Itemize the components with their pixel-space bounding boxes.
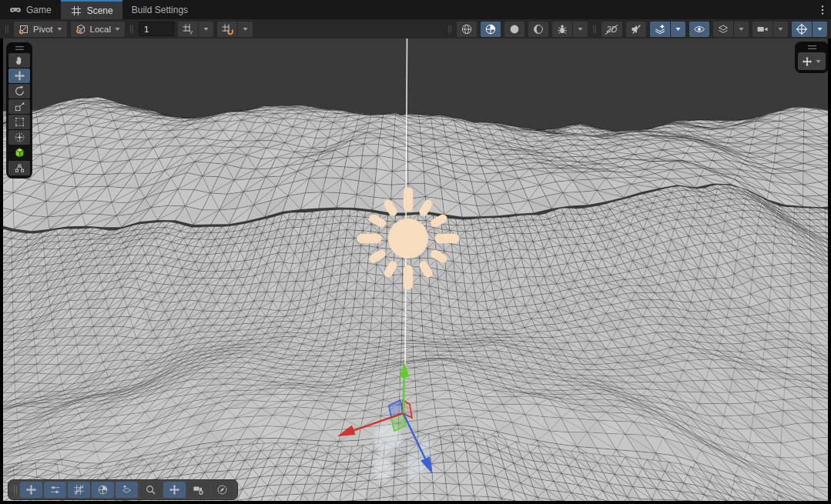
grid-axis-y-icon [182,23,194,35]
gizmo-overlay [3,38,828,501]
directional-light-sun-gizmo[interactable] [357,188,460,290]
debug-draw-group [552,22,588,37]
collapsed-overlay-handle[interactable] [795,43,829,52]
tab-bar: Game Scene Build Settings [0,0,831,19]
move-icon [169,484,180,496]
overlay-toolbar [8,479,238,500]
move-tool-dropdown-button[interactable] [798,52,826,70]
eye-icon [693,23,705,35]
camera-settings-group [752,22,788,37]
draw-mode-unlit-button[interactable] [528,22,548,37]
compass-icon [216,484,228,496]
drag-grip-icon[interactable] [591,24,598,35]
audio-muted-icon [630,23,642,35]
snap-increment-group [217,22,253,37]
scene-visibility-toggle[interactable] [689,22,709,37]
chevron-down-icon [815,58,822,65]
snap-increment-input[interactable] [139,22,174,36]
gizmos-group [792,22,827,37]
grid-icon [70,5,82,17]
drag-grip-icon[interactable] [12,484,18,496]
tab-build-settings-label: Build Settings [132,5,188,15]
handle-icon [14,44,25,52]
overlay-orientation-toggle[interactable] [163,482,186,498]
draw-mode-wireframe-button[interactable] [457,22,477,37]
debug-draw-caret[interactable] [573,22,588,37]
transform-tool-button[interactable] [8,130,30,145]
chevron-down-icon [675,25,682,32]
tab-build-settings[interactable]: Build Settings [122,0,197,19]
pivot-label: Pivot [33,25,53,34]
move-icon [14,70,25,82]
orientation-label: Local [90,25,112,34]
overlay-layers-caret[interactable] [734,22,749,37]
overlay-cameras-toggle[interactable] [187,482,209,498]
shaded-wireframe-sphere-icon [484,23,497,35]
collapsed-overlay [795,42,829,73]
overlay-layers-button[interactable] [713,22,733,37]
rotate-tool-button[interactable] [8,84,30,98]
wireframe-sphere-icon [461,23,473,35]
camera-cube-icon [193,484,204,496]
overlay-view-options-toggle[interactable] [92,482,114,498]
drag-grip-icon[interactable] [447,24,453,35]
chevron-down-icon [577,25,584,32]
overlay-tools-toggle[interactable] [20,482,42,498]
overlay-navigation-toggle[interactable] [211,482,233,498]
rect-tool-button[interactable] [8,115,30,129]
tools-overlay-handle[interactable] [6,44,32,52]
snap-increment-caret[interactable] [238,22,253,37]
overlay-search-toggle[interactable] [139,482,162,498]
drag-grip-icon[interactable] [4,24,10,35]
snap-magnet-icon [221,23,233,35]
camera-settings-button[interactable] [752,22,772,37]
custom-tools-icon [14,162,25,174]
orientation-dropdown[interactable]: Local [71,22,126,37]
debug-draw-button[interactable] [552,22,572,37]
camera-settings-caret[interactable] [773,22,788,37]
chevron-down-icon [203,25,209,32]
gizmos-caret[interactable] [813,22,827,37]
scale-tool-button[interactable] [8,99,30,114]
tab-game-label: Game [26,5,52,15]
move-tool-button[interactable] [8,68,30,83]
2d-view-toggle[interactable]: 2D [601,22,622,37]
rotate-icon [14,85,25,97]
effects-sparkle-icon [654,23,666,35]
snap-increment-button[interactable] [217,22,237,37]
move-gizmo-y-arrowhead[interactable] [400,362,410,377]
overlay-scene-effects-toggle[interactable] [116,482,138,498]
overlay-grid-snap-toggle[interactable] [68,482,90,498]
available-custom-tools-button[interactable] [8,161,30,175]
move-gizmo-z-axis[interactable] [404,413,426,459]
2d-icon: 2D [605,25,618,34]
move-gizmo-x-arrowhead[interactable] [337,425,356,436]
view-hand-tool-button[interactable] [8,53,30,68]
move-gizmo-y-axis[interactable] [404,377,404,413]
effects-toggle[interactable] [650,22,670,37]
tab-game[interactable]: Game [0,0,61,19]
draw-mode-shaded-button[interactable] [504,22,524,37]
drag-grip-icon[interactable] [129,24,135,35]
draw-mode-shaded-wireframe-button[interactable] [481,22,501,37]
more-options-button[interactable] [814,0,831,19]
gizmos-toggle[interactable] [792,22,812,37]
effects-caret[interactable] [671,22,685,37]
pivot-dropdown[interactable]: Pivot [14,22,67,37]
tab-scene-label: Scene [87,5,113,16]
layers-icon [717,23,729,35]
custom-cube-tool-button[interactable] [8,145,30,160]
overlay-tool-settings-toggle[interactable] [44,482,66,498]
tools-overlay [6,42,32,179]
grid-axis-caret[interactable] [199,22,213,37]
gizmos-globe-icon [796,23,808,35]
pivot-icon [18,23,30,35]
audio-toggle[interactable] [626,22,646,37]
bug-icon [556,23,568,35]
green-cube-icon [14,147,25,159]
move-icon [802,56,813,67]
tab-scene[interactable]: Scene [61,0,122,19]
grid-axis-button[interactable] [178,22,198,37]
scene-toolbar: Pivot Local [0,19,831,38]
scale-icon [14,101,25,112]
